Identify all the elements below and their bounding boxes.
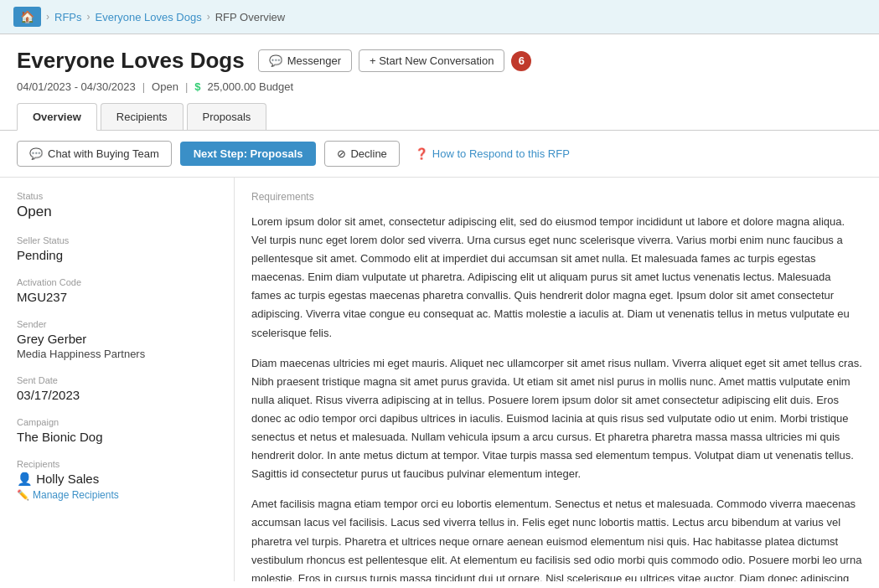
sidebar-status-label: Status xyxy=(17,191,217,201)
requirements-paragraph-2: Diam maecenas ultricies mi eget mauris. … xyxy=(251,354,862,484)
decline-icon: ⊘ xyxy=(337,147,346,160)
person-icon: 👤 xyxy=(17,472,33,486)
sidebar-recipients-field: Recipients 👤 Holly Sales ✏️ Manage Recip… xyxy=(17,459,217,501)
start-conversation-button[interactable]: + Start New Conversation xyxy=(359,49,504,72)
breadcrumb-everyone-loves-dogs[interactable]: Everyone Loves Dogs xyxy=(96,11,202,23)
requirements-paragraph-1: Lorem ipsum dolor sit amet, consectetur … xyxy=(251,213,862,343)
sidebar-activation-code-label: Activation Code xyxy=(17,277,217,287)
manage-recipients-link[interactable]: ✏️ Manage Recipients xyxy=(17,489,217,501)
action-bar: 💬 Chat with Buying Team Next Step: Propo… xyxy=(0,131,879,178)
requirements-label: Requirements xyxy=(251,191,862,203)
next-step-button[interactable]: Next Step: Proposals xyxy=(180,142,317,166)
breadcrumb-rfps[interactable]: RFPs xyxy=(54,11,82,23)
main-content: Status Open Seller Status Pending Activa… xyxy=(0,178,879,581)
meta-dollar: $ xyxy=(194,80,200,93)
sidebar-recipient-name: Holly Sales xyxy=(36,472,99,486)
home-icon[interactable]: 🏠 xyxy=(13,7,41,27)
sidebar-activation-code-field: Activation Code MGU237 xyxy=(17,277,217,304)
decline-label: Decline xyxy=(350,147,386,160)
manage-recipients-label: Manage Recipients xyxy=(33,489,119,501)
messenger-label: Messenger xyxy=(287,54,341,67)
breadcrumb-sep-1: › xyxy=(46,11,49,23)
page-title: Everyone Loves Dogs xyxy=(17,48,245,74)
sidebar-recipients-value: 👤 Holly Sales xyxy=(17,472,217,487)
sidebar-campaign-value: The Bionic Dog xyxy=(17,430,217,444)
sidebar-campaign-label: Campaign xyxy=(17,417,217,427)
breadcrumb-rfp-overview: RFP Overview xyxy=(215,11,286,23)
sidebar-status-value: Open xyxy=(17,204,217,220)
tab-overview[interactable]: Overview xyxy=(17,103,97,131)
meta-budget: 25,000.00 Budget xyxy=(208,80,294,93)
meta-sep-2: | xyxy=(185,80,188,93)
message-icon: 💬 xyxy=(269,54,282,67)
tab-recipients[interactable]: Recipients xyxy=(101,103,184,130)
chat-label: Chat with Buying Team xyxy=(48,147,159,160)
sidebar-sender-field: Sender Grey Gerber Media Happiness Partn… xyxy=(17,319,217,360)
tab-proposals[interactable]: Proposals xyxy=(187,103,267,130)
sidebar-sent-date-field: Sent Date 03/17/2023 xyxy=(17,375,217,402)
content-area: Requirements Lorem ipsum dolor sit amet,… xyxy=(235,178,879,581)
sidebar-activation-code-value: MGU237 xyxy=(17,290,217,304)
tabs-bar: Overview Recipients Proposals xyxy=(0,103,879,131)
chat-buying-team-button[interactable]: 💬 Chat with Buying Team xyxy=(17,141,172,167)
sidebar-seller-status-field: Seller Status Pending xyxy=(17,235,217,262)
sidebar-sender-name: Grey Gerber xyxy=(17,332,217,346)
header-top: Everyone Loves Dogs 💬 Messenger + Start … xyxy=(17,48,862,74)
sidebar-sent-date-label: Sent Date xyxy=(17,375,217,385)
requirements-paragraph-3: Amet facilisis magna etiam tempor orci e… xyxy=(251,495,862,581)
sidebar-seller-status-value: Pending xyxy=(17,248,217,262)
header-area: Everyone Loves Dogs 💬 Messenger + Start … xyxy=(0,34,879,93)
sidebar-sender-label: Sender xyxy=(17,319,217,329)
decline-button[interactable]: ⊘ Decline xyxy=(324,141,399,167)
notification-badge: 6 xyxy=(511,51,531,71)
messenger-button[interactable]: 💬 Messenger xyxy=(258,49,352,72)
how-to-label: How to Respond to this RFP xyxy=(432,147,570,160)
breadcrumb-sep-3: › xyxy=(207,11,210,23)
how-to-respond-button[interactable]: ❓ How to Respond to this RFP xyxy=(415,147,570,160)
chat-icon: 💬 xyxy=(29,147,43,160)
meta-sep-1: | xyxy=(142,80,145,93)
help-icon: ❓ xyxy=(415,147,428,160)
meta-status: Open xyxy=(152,80,178,93)
meta-line: 04/01/2023 - 04/30/2023 | Open | $ 25,00… xyxy=(17,80,862,93)
sidebar-seller-status-label: Seller Status xyxy=(17,235,217,245)
header-actions: 💬 Messenger + Start New Conversation 6 xyxy=(258,49,532,72)
sidebar-sender-company: Media Happiness Partners xyxy=(17,348,217,360)
pencil-icon: ✏️ xyxy=(17,489,29,501)
meta-dates: 04/01/2023 - 04/30/2023 xyxy=(17,80,136,93)
sidebar-recipients-label: Recipients xyxy=(17,459,217,469)
sidebar-status-field: Status Open xyxy=(17,191,217,220)
requirements-text: Lorem ipsum dolor sit amet, consectetur … xyxy=(251,213,862,581)
breadcrumb-sep-2: › xyxy=(87,11,90,23)
breadcrumb: 🏠 › RFPs › Everyone Loves Dogs › RFP Ove… xyxy=(0,0,879,34)
sidebar-campaign-field: Campaign The Bionic Dog xyxy=(17,417,217,444)
sidebar: Status Open Seller Status Pending Activa… xyxy=(0,178,235,581)
sidebar-sent-date-value: 03/17/2023 xyxy=(17,388,217,402)
